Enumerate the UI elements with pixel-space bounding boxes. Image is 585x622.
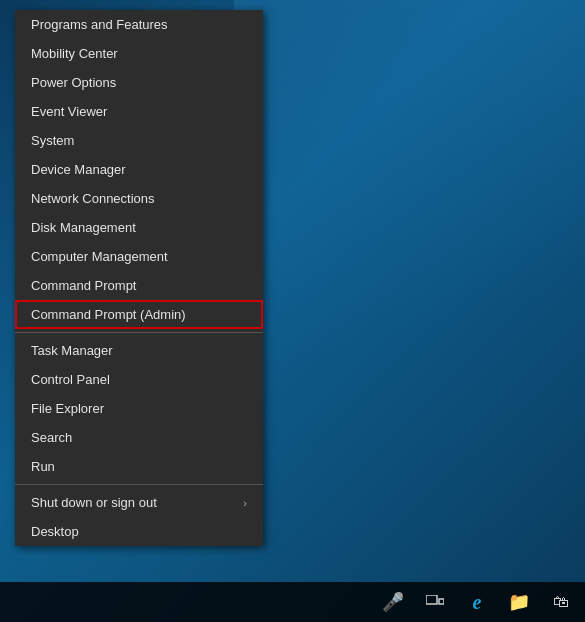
menu-item-search[interactable]: Search xyxy=(15,423,263,452)
menu-item-label-mobility-center: Mobility Center xyxy=(31,46,118,61)
submenu-chevron-icon: › xyxy=(243,497,247,509)
menu-item-label-network-connections: Network Connections xyxy=(31,191,155,206)
menu-item-system[interactable]: System xyxy=(15,126,263,155)
menu-item-label-system: System xyxy=(31,133,74,148)
svg-rect-0 xyxy=(426,595,437,604)
menu-item-command-prompt[interactable]: Command Prompt xyxy=(15,271,263,300)
menu-item-task-manager[interactable]: Task Manager xyxy=(15,336,263,365)
menu-item-computer-management[interactable]: Computer Management xyxy=(15,242,263,271)
menu-item-network-connections[interactable]: Network Connections xyxy=(15,184,263,213)
taskbar: 🎤 e 📁 🛍 xyxy=(0,582,585,622)
menu-item-disk-management[interactable]: Disk Management xyxy=(15,213,263,242)
menu-item-shut-down-sign-out[interactable]: Shut down or sign out› xyxy=(15,488,263,517)
menu-divider xyxy=(15,484,263,485)
menu-divider xyxy=(15,332,263,333)
store-icon[interactable]: 🛍 xyxy=(541,582,581,622)
menu-item-label-shut-down-sign-out: Shut down or sign out xyxy=(31,495,157,510)
menu-item-label-control-panel: Control Panel xyxy=(31,372,110,387)
menu-item-label-run: Run xyxy=(31,459,55,474)
menu-item-command-prompt-admin[interactable]: Command Prompt (Admin) xyxy=(15,300,263,329)
menu-item-device-manager[interactable]: Device Manager xyxy=(15,155,263,184)
file-explorer-icon[interactable]: 📁 xyxy=(499,582,539,622)
menu-item-label-desktop: Desktop xyxy=(31,524,79,539)
menu-item-control-panel[interactable]: Control Panel xyxy=(15,365,263,394)
menu-item-label-computer-management: Computer Management xyxy=(31,249,168,264)
menu-item-desktop[interactable]: Desktop xyxy=(15,517,263,546)
menu-item-label-programs-features: Programs and Features xyxy=(31,17,168,32)
menu-item-label-event-viewer: Event Viewer xyxy=(31,104,107,119)
menu-item-label-file-explorer: File Explorer xyxy=(31,401,104,416)
menu-item-power-options[interactable]: Power Options xyxy=(15,68,263,97)
menu-item-label-disk-management: Disk Management xyxy=(31,220,136,235)
menu-item-mobility-center[interactable]: Mobility Center xyxy=(15,39,263,68)
menu-item-event-viewer[interactable]: Event Viewer xyxy=(15,97,263,126)
microphone-icon[interactable]: 🎤 xyxy=(373,582,413,622)
menu-item-programs-features[interactable]: Programs and Features xyxy=(15,10,263,39)
task-view-icon[interactable] xyxy=(415,582,455,622)
menu-item-run[interactable]: Run xyxy=(15,452,263,481)
menu-item-file-explorer[interactable]: File Explorer xyxy=(15,394,263,423)
menu-item-label-search: Search xyxy=(31,430,72,445)
edge-icon[interactable]: e xyxy=(457,582,497,622)
menu-item-label-command-prompt: Command Prompt xyxy=(31,278,136,293)
menu-item-label-power-options: Power Options xyxy=(31,75,116,90)
menu-item-label-command-prompt-admin: Command Prompt (Admin) xyxy=(31,307,186,322)
svg-rect-1 xyxy=(439,599,444,604)
menu-item-label-task-manager: Task Manager xyxy=(31,343,113,358)
context-menu: Programs and FeaturesMobility CenterPowe… xyxy=(15,10,263,546)
menu-item-label-device-manager: Device Manager xyxy=(31,162,126,177)
